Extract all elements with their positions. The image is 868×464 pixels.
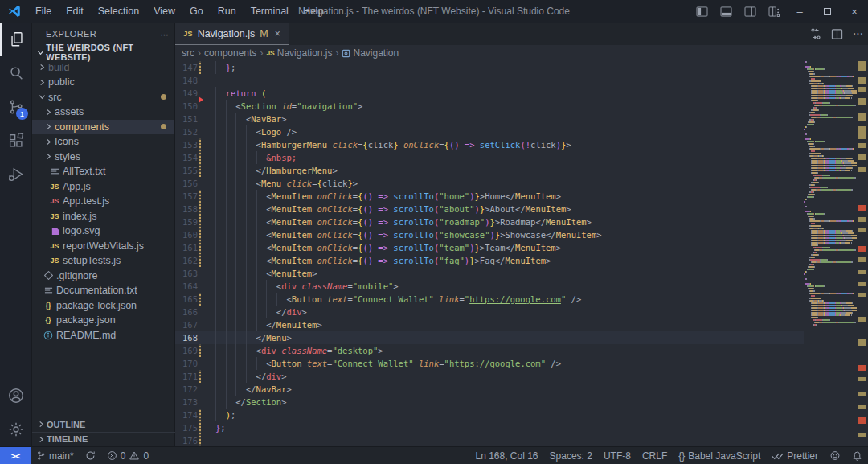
code-line-164[interactable]: 164 <div className="mobile"> xyxy=(175,280,804,293)
code-line-163[interactable]: 163 <MenuItem> xyxy=(175,267,804,280)
sidebar-folder-assets[interactable]: assets xyxy=(32,105,174,120)
code-line-148[interactable]: 148 xyxy=(175,74,804,87)
extensions-icon[interactable] xyxy=(0,124,32,158)
tab-navigation-js[interactable]: JS Navigation.js M × xyxy=(175,23,289,45)
sidebar-folder-build[interactable]: build xyxy=(32,60,174,76)
layout-sidebar-right-icon[interactable] xyxy=(738,0,762,23)
code-line-175[interactable]: 175}; xyxy=(175,421,804,434)
code-line-157[interactable]: 157 <MenuItem onClick={() => scrollTo("h… xyxy=(175,190,804,203)
code-line-161[interactable]: 161 <MenuItem onClick={() => scrollTo("t… xyxy=(175,241,804,254)
sidebar-folder-src[interactable]: src xyxy=(32,90,174,105)
minimap[interactable] xyxy=(804,61,857,446)
sidebar-file-logo-svg[interactable]: logo.svg xyxy=(32,224,174,239)
indent-guide xyxy=(256,318,257,331)
code-line-147[interactable]: 147 }; xyxy=(175,61,804,74)
code-line-154[interactable]: 154 &nbsp; xyxy=(175,151,804,164)
code-line-174[interactable]: 174 ); xyxy=(175,409,804,421)
menu-go[interactable]: Go xyxy=(182,0,211,23)
code-line-170[interactable]: 170 <Button text="Connect Wallet" link="… xyxy=(175,357,804,370)
code-line-165[interactable]: 165 <Button text="Connect Wallet" link="… xyxy=(175,293,804,306)
layout-sidebar-left-icon[interactable] xyxy=(690,0,714,23)
sidebar-more-icon[interactable]: ··· xyxy=(160,28,168,40)
breadcrumb-navigation-js[interactable]: JSNavigation.js xyxy=(266,47,332,59)
breadcrumb-src[interactable]: src xyxy=(182,47,194,59)
code-line-171[interactable]: 171 </div> xyxy=(175,370,804,383)
indent-guide xyxy=(246,344,247,357)
split-editor-icon[interactable] xyxy=(826,23,847,45)
source-control-icon[interactable]: 1 xyxy=(0,90,32,124)
account-icon[interactable] xyxy=(0,379,32,413)
layout-customize-icon[interactable] xyxy=(762,0,786,23)
code-line-151[interactable]: 151 <NavBar> xyxy=(175,113,804,125)
section-outline[interactable]: OUTLINE xyxy=(32,417,175,432)
sync-button[interactable] xyxy=(80,447,101,464)
sidebar-file-package-lock-json[interactable]: {}package-lock.json xyxy=(32,298,174,314)
status-formatter[interactable]: Prettier xyxy=(766,447,824,464)
code-line-150[interactable]: 150 <Section id="navigation"> xyxy=(175,100,804,113)
tab-close-icon[interactable]: × xyxy=(275,28,280,39)
sidebar-file-alltext-txt[interactable]: AllText.txt xyxy=(32,164,174,179)
maximize-button[interactable] xyxy=(813,0,841,23)
code-line-text: </div> xyxy=(215,370,287,383)
code-line-168[interactable]: 168 </Menu> xyxy=(175,331,804,344)
remote-indicator[interactable]: >< xyxy=(0,447,31,464)
run-debug-icon[interactable] xyxy=(0,158,32,191)
git-branch-item[interactable]: main* xyxy=(31,447,80,464)
menu-file[interactable]: File xyxy=(28,0,59,23)
status-eol[interactable]: CRLF xyxy=(637,447,673,464)
code-line-153[interactable]: 153 <HamburgerMenu click={click} onClick… xyxy=(175,138,804,151)
code-line-172[interactable]: 172 </NavBar> xyxy=(175,383,804,396)
sidebar-folder-public[interactable]: public xyxy=(32,75,174,90)
menu-run[interactable]: Run xyxy=(211,0,244,23)
breadcrumb-navigation[interactable]: Navigation xyxy=(342,47,399,59)
sidebar-folder-components[interactable]: components xyxy=(32,120,174,135)
status-indentation[interactable]: Spaces: 2 xyxy=(544,447,598,464)
close-button[interactable]: × xyxy=(841,0,868,23)
sidebar-file-documentation-txt[interactable]: Documentation.txt xyxy=(32,283,174,298)
search-icon[interactable] xyxy=(0,56,32,90)
code-line-167[interactable]: 167 </MenuItem> xyxy=(175,318,804,331)
code-line-156[interactable]: 156 <Menu click={click}> xyxy=(175,177,804,190)
open-changes-icon[interactable] xyxy=(805,23,826,45)
status-encoding[interactable]: UTF-8 xyxy=(598,447,637,464)
code-line-159[interactable]: 159 <MenuItem onClick={() => scrollTo("r… xyxy=(175,216,804,228)
code-line-152[interactable]: 152 <Logo /> xyxy=(175,125,804,138)
menu-selection[interactable]: Selection xyxy=(91,0,146,23)
sidebar-file--gitignore[interactable]: .gitignore xyxy=(32,269,174,284)
breadcrumb-components[interactable]: components xyxy=(204,47,256,59)
sidebar-folder-icons[interactable]: Icons xyxy=(32,134,174,150)
sidebar-folder-styles[interactable]: styles xyxy=(32,150,174,165)
sidebar-file-readme-md[interactable]: README.md xyxy=(32,328,174,343)
editor-more-actions-icon[interactable]: ··· xyxy=(847,23,868,45)
code-line-160[interactable]: 160 <MenuItem onClick={() => scrollTo("s… xyxy=(175,228,804,241)
status-cursor-position[interactable]: Ln 168, Col 16 xyxy=(469,447,543,464)
code-line-162[interactable]: 162 <MenuItem onClick={() => scrollTo("f… xyxy=(175,254,804,267)
sidebar-file-package-json[interactable]: {}package.json xyxy=(32,313,174,328)
status-feedback[interactable] xyxy=(824,447,846,464)
code-line-176[interactable]: 176 xyxy=(175,434,804,446)
code-line-169[interactable]: 169 <div className="desktop"> xyxy=(175,344,804,357)
section-timeline[interactable]: TIMELINE xyxy=(32,432,175,447)
status-language-mode[interactable]: {}Babel JavaScript xyxy=(673,447,766,464)
code-line-149[interactable]: 149 return ( xyxy=(175,87,804,100)
status-notifications[interactable] xyxy=(846,447,868,464)
menu-view[interactable]: View xyxy=(146,0,182,23)
menu-edit[interactable]: Edit xyxy=(59,0,91,23)
code-line-166[interactable]: 166 </div> xyxy=(175,306,804,318)
code-editor[interactable]: 147 };148149 return (150 <Section id="na… xyxy=(175,61,868,446)
sidebar-file-setuptests-js[interactable]: JSsetupTests.js xyxy=(32,253,174,269)
layout-panel-icon[interactable] xyxy=(714,0,738,23)
code-line-158[interactable]: 158 <MenuItem onClick={() => scrollTo("a… xyxy=(175,203,804,216)
code-line-155[interactable]: 155 </HamburgerMenu> xyxy=(175,164,804,177)
sidebar-file-app-test-js[interactable]: JSApp.test.js xyxy=(32,194,174,209)
js-file-icon: JS xyxy=(266,49,274,57)
sidebar-file-reportwebvitals-js[interactable]: JSreportWebVitals.js xyxy=(32,239,174,254)
explorer-icon[interactable] xyxy=(0,23,32,56)
code-line-173[interactable]: 173 </Section> xyxy=(175,396,804,409)
problems-item[interactable]: 0 0 xyxy=(101,447,154,464)
sidebar-file-index-js[interactable]: JSindex.js xyxy=(32,209,174,224)
sidebar-file-app-js[interactable]: JSApp.js xyxy=(32,179,174,195)
settings-gear-icon[interactable] xyxy=(0,413,32,446)
workspace-root[interactable]: THE WEIRDOS (NFT WEBSITE) xyxy=(32,45,174,60)
minimize-button[interactable]: – xyxy=(786,0,813,23)
